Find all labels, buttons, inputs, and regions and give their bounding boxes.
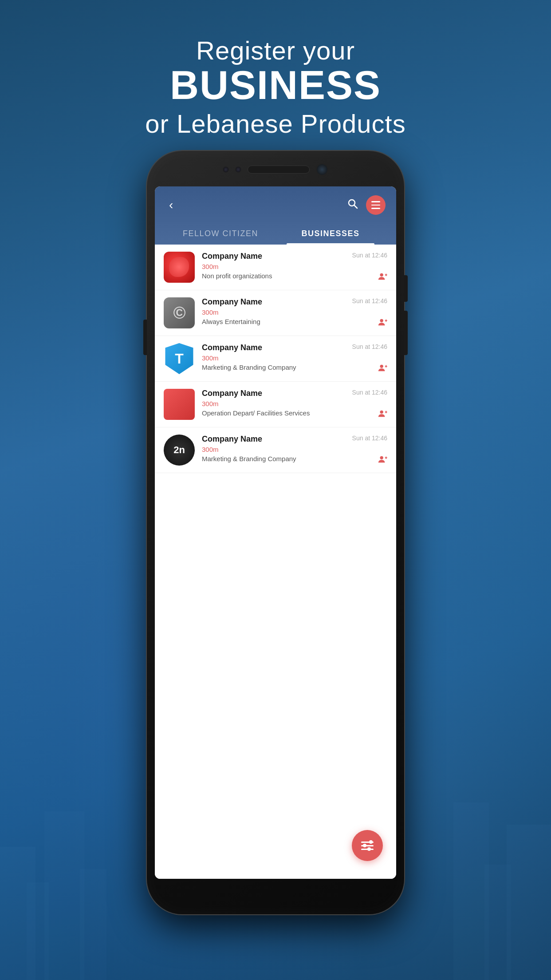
filter-fab-button[interactable] [352,830,383,861]
business-distance-4: 300m [202,400,387,407]
business-item-1[interactable]: Company Name Sun at 12:46 300m Non profi… [155,245,396,290]
menu-line-3 [371,208,380,209]
app-tabs: FELLOW CITIZEN BUSINESSES [165,223,386,245]
business-info-1: Company Name Sun at 12:46 300m Non profi… [202,252,387,280]
header-section: Register your BUSINESS or Lebanese Produ… [0,36,551,138]
tab-fellow-citizen[interactable]: FELLOW CITIZEN [165,223,276,245]
svg-point-8 [380,365,383,368]
business-logo-4 [164,389,195,420]
business-name-3: Company Name [202,343,262,352]
business-name-4: Company Name [202,389,262,398]
header-line1: Register your [0,36,551,65]
follow-button-3[interactable] [378,363,387,375]
business-info-2: Company Name Sun at 12:46 300m Always En… [202,297,387,325]
header-line3: or Lebanese Products [0,109,551,138]
filter-icon [361,842,374,850]
business-info-4: Company Name Sun at 12:46 300m Operation… [202,389,387,417]
filter-line-2 [361,845,374,846]
business-category-4: Operation Depart/ Facilities Services [202,409,387,417]
header-line2: BUSINESS [0,65,551,105]
business-time-4: Sun at 12:46 [352,389,387,396]
logo-3-letter: T [175,351,184,367]
volume-button [143,320,147,355]
follow-button-5[interactable] [378,454,387,466]
search-button[interactable] [347,198,358,212]
phone-top-hardware [223,163,328,176]
business-time-2: Sun at 12:46 [352,297,387,304]
business-header-row-5: Company Name Sun at 12:46 [202,435,387,444]
menu-line-1 [371,201,380,202]
header-actions [347,195,386,215]
business-distance-3: 300m [202,354,387,362]
business-category-3: Marketing & Branding Company [202,364,387,371]
business-list: Company Name Sun at 12:46 300m Non profi… [155,245,396,879]
business-header-row-1: Company Name Sun at 12:46 [202,252,387,261]
follow-button-1[interactable] [378,272,387,284]
business-name-5: Company Name [202,435,262,444]
phone-dot-2 [235,166,241,173]
svg-point-11 [380,411,383,414]
tab-businesses[interactable]: BUSINESSES [276,223,386,245]
follow-button-2[interactable] [378,317,387,329]
svg-line-1 [354,205,357,208]
business-time-5: Sun at 12:46 [352,435,387,442]
business-name-1: Company Name [202,252,262,261]
logo-2-letter: © [173,304,185,323]
business-distance-5: 300m [202,446,387,453]
app-header-top: ‹ [165,195,386,223]
business-category-5: Marketing & Branding Company [202,455,387,462]
business-distance-2: 300m [202,308,387,316]
phone-camera [316,163,328,176]
business-logo-1 [164,252,195,283]
power-button-bottom [404,311,408,355]
power-button-top [404,275,408,302]
business-header-row-4: Company Name Sun at 12:46 [202,389,387,398]
svg-point-2 [380,273,383,277]
business-distance-1: 300m [202,263,387,270]
svg-point-5 [380,319,383,322]
business-category-1: Non profit organizations [202,272,387,280]
business-category-2: Always Entertaining [202,318,387,325]
logo-5-letter: 2n [173,444,185,456]
business-logo-2: © [164,297,195,328]
phone-dot-1 [223,166,229,173]
business-header-row-3: Company Name Sun at 12:46 [202,343,387,352]
app-header: ‹ [155,186,396,245]
menu-line-2 [371,205,380,206]
filter-line-3 [361,849,374,850]
phone-speaker [248,166,310,174]
business-info-3: Company Name Sun at 12:46 300m Marketing… [202,343,387,371]
back-button[interactable]: ‹ [165,196,177,214]
phone-screen: ‹ [155,186,396,879]
business-item-4[interactable]: Company Name Sun at 12:46 300m Operation… [155,382,396,427]
business-time-1: Sun at 12:46 [352,252,387,259]
phone-body: ‹ [147,151,404,914]
business-info-5: Company Name Sun at 12:46 300m Marketing… [202,435,387,462]
business-time-3: Sun at 12:46 [352,343,387,350]
business-item-2[interactable]: © Company Name Sun at 12:46 300m Always … [155,290,396,336]
business-logo-5: 2n [164,435,195,466]
follow-button-4[interactable] [378,409,387,421]
business-header-row-2: Company Name Sun at 12:46 [202,297,387,307]
business-logo-3: T [164,343,195,374]
phone-device: ‹ [147,151,404,914]
filter-line-1 [361,842,374,843]
business-item-5[interactable]: 2n Company Name Sun at 12:46 300m Market… [155,427,396,473]
svg-point-14 [380,456,383,459]
business-name-2: Company Name [202,297,262,307]
business-item-3[interactable]: T Company Name Sun at 12:46 300m Marketi… [155,336,396,382]
menu-button[interactable] [366,195,386,215]
